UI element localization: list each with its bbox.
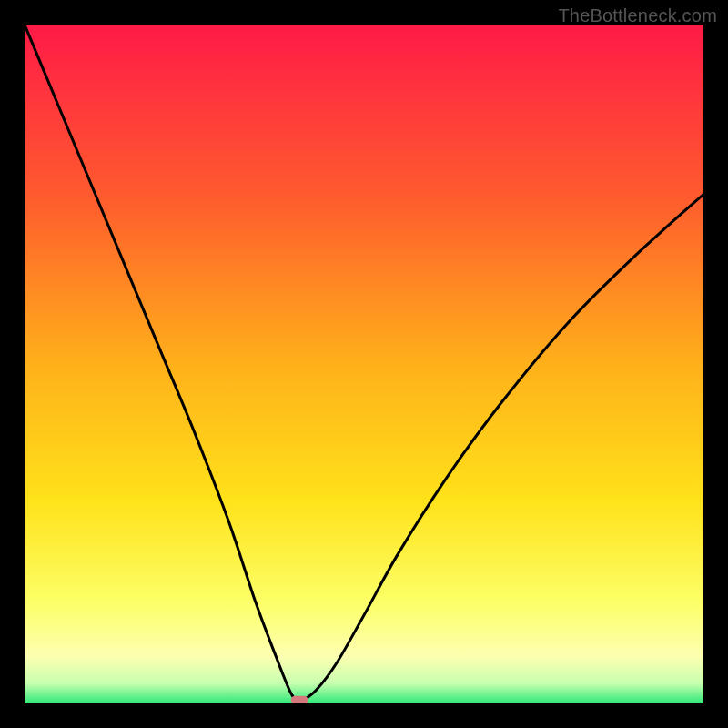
watermark-text: TheBottleneck.com: [558, 5, 717, 26]
curve-path: [25, 25, 703, 702]
plot-area: [25, 25, 703, 703]
min-marker: [291, 696, 308, 703]
bottleneck-curve: [25, 25, 703, 703]
